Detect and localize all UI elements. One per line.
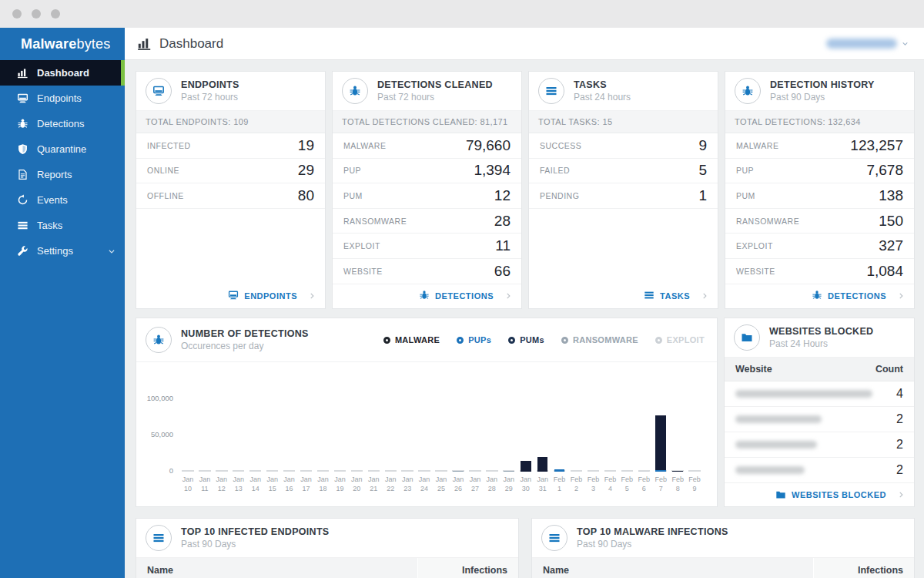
legend-item-pums[interactable]: PUMs <box>508 335 544 344</box>
stat-label: PENDING <box>540 191 579 200</box>
x-tick-label: Jan20 <box>348 476 365 493</box>
websites-subtitle: Past 24 Hours <box>769 338 873 349</box>
x-tick-label: Feb5 <box>618 476 635 493</box>
bar-segment-ransomware <box>453 471 464 472</box>
dashboard-content: ENDPOINTSPast 72 hoursTOTAL ENDPOINTS: 1… <box>125 60 924 578</box>
website-row: 2 <box>725 458 914 483</box>
stat-value: 1,084 <box>866 263 903 280</box>
card-footer: DETECTIONS <box>333 284 521 308</box>
websites-card-footer: WEBSITES BLOCKED <box>725 484 914 506</box>
card-total: TOTAL DETECTIONS: 132,634 <box>725 111 914 133</box>
legend-dot <box>655 337 662 344</box>
bar-segment-malware <box>655 415 666 470</box>
detections-link[interactable]: DETECTIONS <box>812 290 886 302</box>
stat-label: PUP <box>736 166 754 175</box>
sidebar-item-settings[interactable]: Settings <box>0 238 125 264</box>
window-close-button[interactable] <box>12 9 22 18</box>
tasks-icon <box>538 78 564 104</box>
chart-column <box>534 362 551 472</box>
card-subtitle: Past 72 hours <box>181 92 239 102</box>
chart-column <box>652 362 669 472</box>
chart-column <box>484 362 500 472</box>
chart-column <box>517 362 534 472</box>
zero-baseline-dash <box>334 470 346 472</box>
website-row: 2 <box>725 407 914 432</box>
legend-item-malware[interactable]: MALWARE <box>383 335 440 344</box>
sidebar-item-detections[interactable]: Detections <box>0 111 125 136</box>
detections-link[interactable]: DETECTIONS <box>419 290 494 302</box>
bar-segment-pups <box>655 470 666 472</box>
tasks-card: TASKSPast 24 hoursTOTAL TASKS: 15SUCCESS… <box>528 71 718 309</box>
zero-baseline-dash <box>604 470 616 472</box>
zero-baseline-dash <box>216 470 227 472</box>
tasks-icon <box>644 290 654 302</box>
stat-row: MALWARE123,257 <box>725 133 914 159</box>
chart-column <box>551 362 568 472</box>
x-tick-label: Jan29 <box>500 476 517 493</box>
app-window: Malwarebytes DashboardEndpointsDetection… <box>0 28 924 578</box>
card-titles: TOP 10 INFECTED ENDPOINTSPast 90 Days <box>181 526 330 549</box>
card-header: TOP 10 INFECTED ENDPOINTSPast 90 Days <box>136 519 518 558</box>
website-count: 4 <box>896 387 903 401</box>
column-infections: Infections <box>814 558 914 578</box>
sidebar-item-reports[interactable]: Reports <box>0 162 125 187</box>
sidebar-item-events[interactable]: Events <box>0 187 125 213</box>
chart-body: 050,000100,000 Jan10Jan11Jan12Jan13Jan14… <box>136 362 717 506</box>
top10-cards-row: TOP 10 INFECTED ENDPOINTSPast 90 DaysNam… <box>136 518 915 578</box>
sidebar-item-dashboard[interactable]: Dashboard <box>0 60 125 86</box>
stat-value: 80 <box>298 187 314 204</box>
footer-link-label: ENDPOINTS <box>244 291 297 301</box>
top-10-malware-infections-card: TOP 10 MALWARE INFECTIONSPast 90 DaysNam… <box>531 518 915 578</box>
stat-label: PUM <box>343 191 363 200</box>
x-tick-label: Feb3 <box>585 476 602 493</box>
stat-value: 9 <box>698 137 707 154</box>
chart-column <box>635 362 652 472</box>
websites-blocked-link-label: WEBSITES BLOCKED <box>792 490 886 499</box>
legend-item-pups[interactable]: PUPs <box>457 335 491 344</box>
zero-baseline-dash <box>249 470 261 472</box>
chevron-right-icon <box>897 292 905 300</box>
tasks-link[interactable]: TASKS <box>644 290 690 302</box>
card-header: TASKSPast 24 hours <box>529 72 718 111</box>
chart-column <box>686 362 703 472</box>
website-count: 2 <box>896 412 903 426</box>
detections-icon <box>812 290 822 302</box>
stat-label: FAILED <box>540 166 570 175</box>
folder-icon <box>734 324 760 351</box>
x-tick-label: Jan23 <box>399 476 416 493</box>
card-title: TOP 10 INFECTED ENDPOINTS <box>181 526 330 537</box>
bar-segment-malware <box>537 457 548 472</box>
zero-baseline-dash <box>418 470 430 472</box>
stat-cards-row: ENDPOINTSPast 72 hoursTOTAL ENDPOINTS: 1… <box>136 71 915 306</box>
card-footer: DETECTIONS <box>725 284 914 308</box>
user-name-redacted <box>826 39 897 49</box>
legend-dot <box>383 337 390 344</box>
chart-column <box>331 362 348 472</box>
card-header: ENDPOINTSPast 72 hours <box>136 72 325 111</box>
chevron-down-icon <box>108 247 116 255</box>
folder-icon <box>775 489 786 500</box>
legend-item-ransomware[interactable]: RANSOMWARE <box>561 335 638 344</box>
websites-blocked-link[interactable]: WEBSITES BLOCKED <box>775 489 886 500</box>
window-minimize-button[interactable] <box>32 9 41 18</box>
chart-column <box>264 362 281 472</box>
websites-blocked-card: WEBSITES BLOCKED Past 24 Hours Website C… <box>724 318 915 507</box>
chart-column <box>179 362 196 472</box>
window-zoom-button[interactable] <box>51 9 60 18</box>
tasks-icon <box>17 220 28 231</box>
legend-item-exploit[interactable]: EXPLOIT <box>655 335 705 344</box>
x-tick-label: Feb2 <box>568 476 585 493</box>
user-menu[interactable] <box>826 39 909 49</box>
endpoints-icon <box>17 92 28 104</box>
card-total: TOTAL ENDPOINTS: 109 <box>136 111 325 133</box>
card-titles: ENDPOINTSPast 72 hours <box>181 79 239 102</box>
website-name-redacted <box>735 441 817 449</box>
chart-subtitle: Occurences per day <box>181 341 309 351</box>
sidebar-item-endpoints[interactable]: Endpoints <box>0 86 125 111</box>
website-name-redacted <box>735 466 805 474</box>
y-tick-label: 50,000 <box>151 431 173 439</box>
sidebar-item-quarantine[interactable]: Quarantine <box>0 136 125 162</box>
sidebar-item-tasks[interactable]: Tasks <box>0 213 125 238</box>
endpoints-link[interactable]: ENDPOINTS <box>228 290 297 302</box>
zero-baseline-dash <box>199 470 210 472</box>
